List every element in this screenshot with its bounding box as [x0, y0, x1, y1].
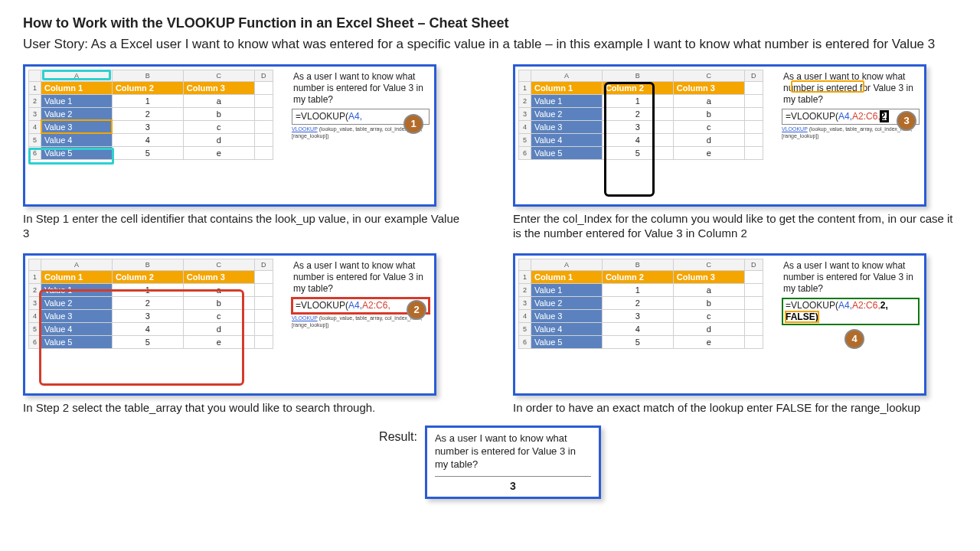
step-1-caption: In Step 1 enter the cell identifier that…	[23, 211, 467, 241]
story-text: As a user I want to know what number is …	[782, 259, 920, 296]
excel-table: ABCD 1Column 1Column 2Column 3 2Value 11…	[518, 259, 763, 349]
step-3: ABCD 1Column 1Column 2Column 3 2Value 11…	[513, 64, 957, 241]
tooltip-hint: VLOOKUP (lookup_value, table_array, col_…	[292, 315, 430, 329]
step-2-panel: ABCD 1Column 1Column 2Column 3 2Value 11…	[23, 253, 436, 396]
step-badge-3: 3	[897, 111, 916, 131]
user-story: User Story: As a Excel user I want to kn…	[23, 36, 957, 54]
step-1: A B C D 1Column 1Column 2Column 3 2Value…	[23, 64, 467, 241]
step-badge-1: 1	[403, 114, 423, 134]
story-text: As a user I want to know what number is …	[292, 259, 430, 296]
step-4: ABCD 1Column 1Column 2Column 3 2Value 11…	[513, 253, 957, 416]
steps-grid: A B C D 1Column 1Column 2Column 3 2Value…	[23, 64, 957, 416]
step-4-panel: ABCD 1Column 1Column 2Column 3 2Value 11…	[513, 253, 926, 396]
step-2-caption: In Step 2 select the table_array that yo…	[23, 400, 467, 416]
step-badge-2: 2	[407, 300, 426, 320]
formula-step4: =VLOOKUP(A4,A2:C6,2, FALSE)	[782, 298, 920, 325]
excel-table: A B C D 1Column 1Column 2Column 3 2Value…	[28, 70, 273, 160]
result-value: 3	[435, 476, 591, 492]
step-3-caption: Enter the col_Index for the column you w…	[513, 211, 957, 241]
step-badge-4: 4	[844, 329, 864, 349]
story-text: As a user I want to know what number is …	[782, 70, 920, 107]
story-text: As a user I want to know what number is …	[292, 70, 430, 107]
result-label: Result:	[379, 425, 417, 444]
result-section: Result: As a user I want to know what nu…	[23, 425, 957, 499]
step-3-panel: ABCD 1Column 1Column 2Column 3 2Value 11…	[513, 64, 926, 207]
result-box: As a user I want to know what number is …	[425, 425, 601, 499]
step-2: ABCD 1Column 1Column 2Column 3 2Value 11…	[23, 253, 467, 416]
step-4-caption: In order to have an exact match of the l…	[513, 400, 957, 416]
step-1-panel: A B C D 1Column 1Column 2Column 3 2Value…	[23, 64, 436, 207]
excel-table: ABCD 1Column 1Column 2Column 3 2Value 11…	[28, 259, 273, 349]
excel-table: ABCD 1Column 1Column 2Column 3 2Value 11…	[518, 70, 763, 160]
tooltip-hint: VLOOKUP (lookup_value, table_array, col_…	[782, 126, 920, 140]
result-story: As a user I want to know what number is …	[435, 432, 591, 471]
page-title: How to Work with the VLOOKUP Function in…	[23, 15, 957, 31]
